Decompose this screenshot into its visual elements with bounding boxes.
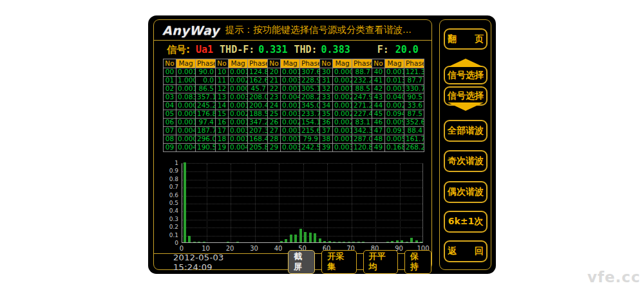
- table-cell: 228.9: [300, 77, 320, 85]
- table-cell: 0.003: [333, 144, 352, 152]
- table-cell: 38: [320, 135, 333, 144]
- gridline: [182, 204, 422, 204]
- start-averaging-button[interactable]: 开平均: [363, 250, 398, 274]
- page-turn-button[interactable]: 翻 页: [444, 28, 488, 50]
- table-row: 060.00197.4160.001347.2260.002154.1360.0…: [164, 119, 424, 127]
- table-cell: 0.002: [281, 119, 300, 127]
- table-row: 070.004187.7170.003207.3270.003215.6370.…: [164, 127, 424, 135]
- table-cell: 05: [164, 110, 176, 119]
- table-cell: 0.002: [333, 110, 352, 119]
- table-cell: 0.002: [385, 102, 404, 110]
- y-axis-tick-label: 0.3: [154, 216, 178, 222]
- table-cell: 09: [164, 144, 176, 152]
- harmonic-bar: [420, 242, 422, 242]
- table-cell: 00: [164, 68, 176, 77]
- table-row: 020.00186.5120.00045.7220.001305.1320.00…: [164, 85, 424, 93]
- table-cell: 79.9: [300, 135, 320, 144]
- table-cell: 0.001: [385, 68, 404, 77]
- table-cell: 0.001: [281, 135, 300, 144]
- table-cell: 0.001: [229, 119, 248, 127]
- gridline: [182, 171, 422, 172]
- screenshot-button[interactable]: 截屏: [288, 250, 315, 274]
- anyway-logo: AnyWay: [162, 23, 220, 37]
- gridline: [182, 227, 422, 228]
- table-cell: 44: [372, 102, 385, 110]
- table-cell: 01: [164, 77, 176, 85]
- table-cell: 88.4: [404, 127, 424, 135]
- table-cell: 296.0: [196, 135, 216, 144]
- table-cell: 0.003: [281, 127, 300, 135]
- y-axis-tick-label: 0.9: [154, 168, 178, 174]
- arrow-up-icon: [448, 59, 484, 67]
- table-cell: 25: [268, 110, 281, 119]
- odd-harmonics-button[interactable]: 奇次谐波: [444, 150, 488, 172]
- table-cell: 154.1: [300, 119, 320, 127]
- even-harmonics-button[interactable]: 偶次谐波: [444, 181, 488, 203]
- signal-select-up-button[interactable]: 信号选择: [444, 66, 488, 84]
- table-cell: 32: [320, 85, 333, 93]
- x-axis-tick-label: 40: [269, 245, 288, 252]
- table-cell: 0.001: [333, 135, 352, 144]
- start-acquisition-button[interactable]: 开采集: [321, 250, 356, 274]
- table-cell: 23: [268, 93, 281, 102]
- table-cell: 187.7: [196, 127, 216, 135]
- table-cell: 0.003: [229, 93, 248, 102]
- all-harmonics-button[interactable]: 全部谐波: [444, 120, 488, 142]
- harmonic-bar: [406, 242, 408, 242]
- table-cell: 1.000: [176, 77, 196, 85]
- table-cell: 90.5: [404, 93, 424, 102]
- table-row: 050.005176.8150.002188.5250.003233.7350.…: [164, 110, 424, 119]
- table-cell: 0.168: [385, 144, 404, 152]
- table-cell: 190.5: [196, 144, 216, 152]
- table-cell: 0.001: [333, 85, 352, 93]
- table-header-cell: Phase: [196, 59, 216, 68]
- table-cell: 0.001: [229, 135, 248, 144]
- 6k-plus-minus-1-button[interactable]: 6k±1次: [444, 211, 488, 233]
- hold-button[interactable]: 保持: [404, 250, 431, 274]
- table-cell: 0.004: [176, 144, 196, 152]
- table-row: 040.000245.2140.001200.4240.001345.0340.…: [164, 102, 424, 110]
- table-cell: 18: [216, 135, 229, 144]
- table-cell: 0.001: [229, 68, 248, 77]
- table-cell: 46: [372, 119, 385, 127]
- table-cell: 90.0: [196, 68, 216, 77]
- harmonic-bar: [357, 242, 360, 242]
- table-cell: 30: [320, 68, 333, 77]
- table-cell: 13: [216, 93, 229, 102]
- table-cell: 27: [268, 127, 281, 135]
- table-cell: 0.002: [333, 119, 352, 127]
- y-axis-tick-label: 0.8: [154, 176, 178, 182]
- gridline: [182, 196, 422, 197]
- harmonic-bar: [227, 242, 229, 242]
- harmonic-bar: [184, 162, 186, 242]
- signal-info-bar: 信号: Ua1 THD-F: 0.331 THD: 0.383 F: 20.0: [154, 41, 431, 58]
- table-header-cell: No: [216, 59, 229, 68]
- table-cell: 45.7: [248, 85, 268, 93]
- table-cell: 0.003: [281, 110, 300, 119]
- bottom-bar: 2012-05-03 15:24:09 截屏开采集开平均保持: [154, 253, 431, 270]
- y-axis-tick-label: 0.4: [154, 208, 178, 214]
- harmonic-bar: [304, 232, 307, 242]
- table-cell: 0.001: [281, 102, 300, 110]
- table-row: 011.0000.0110.002162.6210.003228.9310.00…: [164, 77, 424, 85]
- table-cell: 39: [320, 144, 333, 152]
- y-axis-tick-label: 0.6: [154, 192, 178, 198]
- arrow-down-icon: [448, 102, 484, 111]
- return-button[interactable]: 返 回: [444, 240, 488, 262]
- table-cell: 0.040: [385, 93, 404, 102]
- harmonic-bar: [290, 235, 292, 242]
- harmonic-bar: [314, 233, 316, 242]
- table-header-cell: No: [164, 59, 176, 68]
- table-cell: 200.4: [248, 102, 268, 110]
- harmonic-bar: [410, 238, 413, 242]
- table-cell: 42: [372, 85, 385, 93]
- instrument-screen: AnyWay 提示：按功能键选择信号源或分类查看谐波... 信号: Ua1 TH…: [148, 15, 496, 274]
- table-row: 000.00190.0100.001124.8200.001307.6300.0…: [164, 68, 424, 77]
- table-row: 080.000296.0180.001168.4280.00179.9380.0…: [164, 135, 424, 144]
- gridline: [231, 164, 231, 242]
- table-cell: 19: [216, 144, 229, 152]
- gridline: [352, 164, 352, 242]
- table-cell: 0.002: [333, 77, 352, 85]
- gridline: [400, 164, 401, 242]
- harmonic-spectrum-chart: 00.10.20.30.40.50.60.70.80.9101020304050…: [154, 155, 433, 253]
